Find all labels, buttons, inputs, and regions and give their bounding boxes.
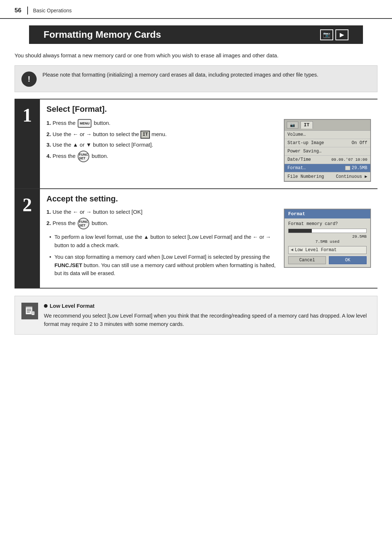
menu-fn-label: File Numbering bbox=[287, 174, 324, 179]
bullet-circle-icon bbox=[44, 304, 48, 308]
menu-startup-label: Start-up Image bbox=[287, 140, 324, 146]
note-svg-icon bbox=[24, 306, 35, 316]
warning-text: Please note that formatting (initializin… bbox=[42, 71, 318, 79]
dialog-buttons: Cancel OK bbox=[288, 256, 367, 264]
step-1-body: 1. Press the MENU button. 2. Use the ← o… bbox=[46, 119, 371, 182]
step-2-body: 1. Use the ← or → button to select [OK] … bbox=[46, 209, 371, 281]
warning-icon: ! bbox=[21, 71, 37, 87]
format-dialog: Format Format memory card? 29.5MB 7.5MB … bbox=[284, 209, 371, 268]
menu-vol-label: Volume… bbox=[287, 132, 306, 137]
func-set-button-2: FUNCSET bbox=[78, 218, 89, 229]
menu-fn-val: Continuous ▶ bbox=[336, 174, 367, 179]
item-2-text: Use the ← or → button to select the bbox=[53, 131, 141, 137]
svg-rect-5 bbox=[32, 311, 34, 315]
step-1-item-1: 1. Press the MENU button. bbox=[46, 119, 277, 128]
s2-item2-text-before: Press the bbox=[53, 220, 77, 226]
dialog-low-level: ◄ Low Level Format bbox=[288, 246, 367, 254]
cam-menu-volume: Volume… bbox=[285, 131, 370, 139]
page-title: Formatting Memory Cards bbox=[44, 29, 161, 40]
warning-box: ! Please note that formatting (initializ… bbox=[15, 65, 377, 92]
item-2-num: 2. bbox=[46, 131, 53, 137]
menu-startup-val: On Off bbox=[352, 140, 367, 146]
step-2-title: Accept the setting. bbox=[46, 194, 371, 204]
cam-menu-filenumber: File NumberingContinuous ▶ bbox=[285, 172, 370, 181]
note-box: Low Level Format We recommend you select… bbox=[15, 296, 377, 335]
section-label: Basic Operations bbox=[33, 8, 72, 13]
item-3-text: Use the ▲ or ▼ button to select [Format]… bbox=[53, 142, 153, 148]
cam-tab-it: IT bbox=[301, 121, 313, 129]
step-1-item-2: 2. Use the ← or → button to select the I… bbox=[46, 131, 277, 139]
step-1-instructions: 1. Press the MENU button. 2. Use the ← o… bbox=[46, 119, 277, 165]
page-number: 56 bbox=[15, 7, 21, 14]
step-1-title: Select [Format]. bbox=[46, 105, 371, 114]
s2-item2-num: 2. bbox=[46, 220, 53, 226]
menu-dt-label: Date/Time bbox=[287, 157, 311, 162]
step-2-bullets: To perform a low level format, use the ▲… bbox=[46, 233, 277, 277]
menu-dt-val: 09.09.'07 10:00 bbox=[331, 158, 367, 162]
progress-bar-fill bbox=[289, 229, 312, 233]
cam-menu-format: Format… 29.5MB bbox=[285, 164, 370, 172]
bullet-2: You can stop formatting a memory card wh… bbox=[49, 253, 277, 277]
s2-item2-text-after: button. bbox=[91, 220, 108, 226]
header-divider bbox=[27, 7, 28, 15]
cam-title-bar: 📷 IT bbox=[285, 120, 370, 131]
menu-fmt-val: 29.5MB bbox=[345, 165, 367, 171]
bullet-1: To perform a low level format, use the ▲… bbox=[49, 233, 277, 249]
item-2-text-end: menu. bbox=[151, 131, 167, 137]
title-icons: 📷 ▶ bbox=[320, 29, 348, 40]
dialog-low-level-label: Low Level Format bbox=[295, 248, 336, 253]
step-2-section: 2 Accept the setting. 1. Use the ← or → … bbox=[15, 189, 377, 288]
progress-bar-container bbox=[288, 229, 367, 233]
svg-rect-0 bbox=[26, 306, 32, 314]
item-4-text-after: button. bbox=[91, 153, 108, 159]
title-bar: Formatting Memory Cards 📷 ▶ bbox=[29, 25, 363, 44]
step-2-instructions: 1. Use the ← or → button to select [OK] … bbox=[46, 209, 277, 281]
dialog-title: Format bbox=[285, 209, 370, 218]
camera-screen-step1: 📷 IT Volume… Start-up ImageOn Off Power … bbox=[284, 119, 371, 182]
step-2-item-2: 2. Press the FUNCSET button. bbox=[46, 218, 277, 229]
item-1-text-before: Press the bbox=[53, 120, 77, 126]
dialog-arrow-left: ◄ bbox=[291, 248, 293, 253]
item-1-num: 1. bbox=[46, 120, 53, 126]
step-2-content: Accept the setting. 1. Use the ← or → bu… bbox=[40, 189, 377, 287]
main-content: Formatting Memory Cards 📷 ▶ You should a… bbox=[0, 25, 392, 335]
it-menu-icon: IT bbox=[140, 131, 150, 139]
playback-icon: ▶ bbox=[335, 29, 348, 40]
cam-menu-startup: Start-up ImageOn Off bbox=[285, 139, 370, 147]
step-1-number: 1 bbox=[15, 99, 40, 188]
step-1-section: 1 Select [Format]. 1. Press the MENU but… bbox=[15, 99, 377, 189]
dialog-body: Format memory card? 29.5MB 7.5MB used ◄ … bbox=[285, 218, 370, 267]
menu-fmt-label: Format… bbox=[287, 165, 306, 171]
item-1-text-after: button. bbox=[94, 120, 110, 126]
item-4-num: 4. bbox=[46, 153, 53, 159]
dialog-cancel-button[interactable]: Cancel bbox=[288, 256, 326, 264]
step-1-item-3: 3. Use the ▲ or ▼ button to select [Form… bbox=[46, 142, 277, 148]
menu-power-label: Power Saving… bbox=[287, 149, 322, 154]
step-2-number: 2 bbox=[15, 189, 40, 287]
s2-item1-num: 1. bbox=[46, 209, 53, 215]
item-3-num: 3. bbox=[46, 142, 53, 148]
dialog-size-info: 29.5MB bbox=[288, 234, 367, 239]
page-header: 56 Basic Operations bbox=[0, 0, 392, 19]
note-title-text: Low Level Format bbox=[50, 302, 94, 310]
note-title: Low Level Format bbox=[44, 302, 371, 310]
dialog-question: Format memory card? bbox=[288, 221, 367, 226]
camera-icon: 📷 bbox=[320, 29, 333, 40]
note-text: We recommend you select [Low Level Forma… bbox=[44, 312, 371, 328]
intro-paragraph: You should always format a new memory ca… bbox=[15, 51, 377, 60]
step-1-content: Select [Format]. 1. Press the MENU butto… bbox=[40, 99, 377, 188]
s2-item1-text: Use the ← or → button to select [OK] bbox=[53, 209, 143, 215]
svg-rect-1 bbox=[26, 306, 32, 307]
step-2-item-1: 1. Use the ← or → button to select [OK] bbox=[46, 209, 277, 215]
cam-menu-power: Power Saving… bbox=[285, 147, 370, 156]
step-1-item-4: 4. Press the FUNCSET button. bbox=[46, 151, 277, 162]
note-content: Low Level Format We recommend you select… bbox=[44, 302, 371, 329]
menu-button: MENU bbox=[78, 119, 91, 128]
func-set-button-1: FUNCSET bbox=[78, 151, 89, 162]
dialog-used: 7.5MB used bbox=[288, 240, 367, 244]
item-4-text-before: Press the bbox=[53, 153, 77, 159]
note-icon bbox=[21, 303, 38, 319]
cam-menu-datetime: Date/Time09.09.'07 10:00 bbox=[285, 156, 370, 164]
dialog-ok-button[interactable]: OK bbox=[329, 256, 367, 264]
cam-tab-camera: 📷 bbox=[287, 122, 298, 128]
